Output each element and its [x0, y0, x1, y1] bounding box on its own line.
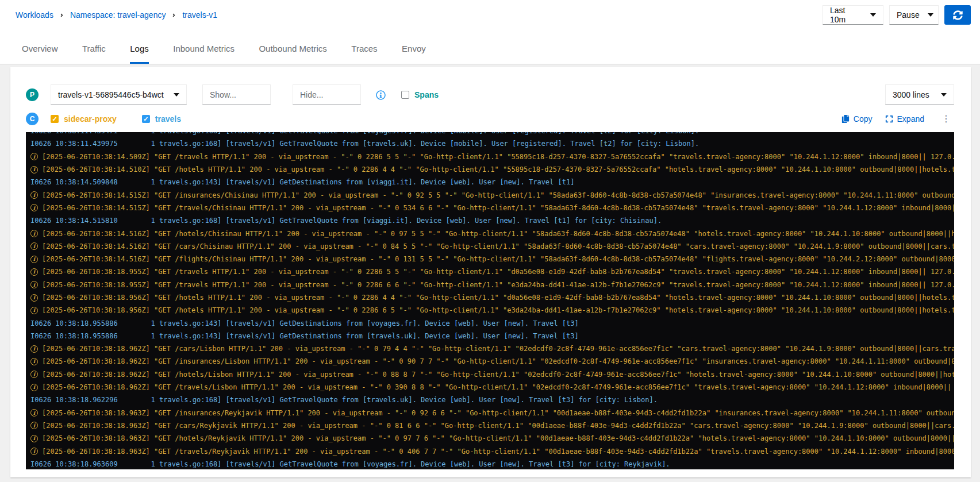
top-controls: Last 10m Pause	[823, 5, 971, 25]
log-pane[interactable]: I0626 10:38:11.439471 1 travels.go:168] …	[26, 132, 954, 469]
refresh-interval-value: Pause	[897, 10, 920, 20]
info-icon: i	[30, 153, 38, 160]
expand-button[interactable]: Expand	[885, 114, 924, 124]
log-line: i[2025-06-26T10:38:14.515Z] "GET /travel…	[30, 202, 954, 214]
info-icon: i	[30, 256, 38, 263]
info-icon: i	[30, 422, 38, 429]
pod-select[interactable]: travels-v1-56895446c5-b4wct	[51, 84, 187, 105]
info-icon: i	[30, 242, 38, 250]
log-line: I0626 10:38:18.962296 1 travels.go:168] …	[30, 394, 954, 406]
chevron-down-icon	[928, 13, 933, 17]
log-line: I0626 10:38:18.963609 1 travels.go:168] …	[30, 458, 954, 469]
copy-button[interactable]: Copy	[841, 114, 873, 124]
info-icon: i	[30, 230, 38, 237]
show-filter-input[interactable]	[202, 84, 271, 105]
info-icon: i	[30, 191, 38, 199]
log-pane-content: I0626 10:38:11.439471 1 travels.go:168] …	[30, 132, 954, 469]
log-line: i[2025-06-26T10:38:18.963Z] "GET /cars/R…	[30, 419, 954, 432]
lines-count-select[interactable]: 3000 lines	[885, 84, 954, 105]
info-icon: i	[30, 409, 38, 417]
lines-count-value: 3000 lines	[893, 90, 929, 99]
travels-checkbox[interactable]: ✓	[142, 115, 150, 123]
tab-logs[interactable]: Logs	[130, 44, 149, 64]
hide-filter-input[interactable]	[293, 84, 361, 105]
tab-bar: Overview Traffic Logs Inbound Metrics Ou…	[0, 30, 980, 64]
container-badge: C	[26, 113, 39, 125]
info-icon: i	[30, 345, 38, 353]
copy-label: Copy	[854, 114, 873, 124]
log-line: i[2025-06-26T10:38:14.515Z] "GET /insura…	[30, 188, 954, 201]
log-line: I0626 10:38:11.439975 1 travels.go:168] …	[30, 137, 954, 150]
breadcrumb-workload-name[interactable]: travels-v1	[182, 10, 217, 20]
log-line: I0626 10:38:18.955886 1 travels.go:143] …	[30, 317, 954, 329]
log-line: I0626 10:38:14.509848 1 travels.go:143] …	[30, 176, 954, 188]
log-line: i[2025-06-26T10:38:14.516Z] "GET /hotels…	[30, 227, 954, 240]
tab-traffic[interactable]: Traffic	[82, 44, 106, 64]
logs-toolbar-row-1: P travels-v1-56895446c5-b4wct Spans 3000…	[26, 84, 954, 105]
spans-checkbox[interactable]	[401, 91, 409, 99]
info-icon: i	[30, 448, 38, 455]
log-line: i[2025-06-26T10:38:14.516Z] "GET /cars/C…	[30, 240, 954, 253]
pod-badge: P	[26, 88, 39, 101]
refresh-button[interactable]	[944, 5, 971, 25]
info-icon: i	[30, 371, 38, 378]
tab-outbound-metrics[interactable]: Outbound Metrics	[259, 44, 326, 64]
chevron-down-icon	[870, 13, 876, 17]
log-line: i[2025-06-26T10:38:18.955Z] "GET /travel…	[30, 265, 954, 278]
logs-toolbar-row-2: C ✓ sidecar-proxy ✓ travels Copy Expand …	[26, 111, 954, 126]
pod-select-value: travels-v1-56895446c5-b4wct	[58, 90, 164, 99]
log-line: i[2025-06-26T10:38:18.955Z] "GET /travel…	[30, 279, 954, 291]
info-icon: i	[30, 268, 38, 276]
expand-label: Expand	[897, 114, 924, 124]
duration-select-value: Last 10m	[830, 6, 862, 24]
kebab-menu[interactable]: ⋮	[938, 114, 954, 124]
breadcrumb: Workloads Namespace: travel-agency trave…	[16, 10, 217, 20]
log-line: i[2025-06-26T10:38:18.956Z] "GET /hotels…	[30, 291, 954, 304]
duration-select[interactable]: Last 10m	[823, 5, 883, 25]
container-filter-travels: ✓ travels	[142, 114, 181, 124]
log-line: I0626 10:38:11.439471 1 travels.go:168] …	[30, 132, 954, 137]
tab-overview[interactable]: Overview	[22, 44, 58, 64]
log-line: i[2025-06-26T10:38:18.962Z] "GET /cars/L…	[30, 342, 954, 355]
sidecar-proxy-label: sidecar-proxy	[64, 114, 117, 124]
tab-traces[interactable]: Traces	[351, 44, 377, 64]
info-icon: i	[30, 307, 38, 314]
info-icon: i	[30, 166, 38, 173]
log-line: i[2025-06-26T10:38:18.962Z] "GET /hotels…	[30, 368, 954, 381]
log-line: I0626 10:38:18.955886 1 travels.go:143] …	[30, 330, 954, 342]
chevron-right-icon	[171, 13, 176, 18]
expand-icon	[885, 115, 893, 123]
log-line: i[2025-06-26T10:38:18.962Z] "GET /travel…	[30, 381, 954, 394]
log-line: i[2025-06-26T10:38:14.510Z] "GET /hotels…	[30, 163, 954, 176]
log-line: i[2025-06-26T10:38:14.509Z] "GET /travel…	[30, 151, 954, 163]
info-icon: i	[30, 435, 38, 442]
log-line: i[2025-06-26T10:38:18.956Z] "GET /hotels…	[30, 304, 954, 317]
log-line: i[2025-06-26T10:38:18.963Z] "GET /travel…	[30, 445, 954, 457]
breadcrumb-namespace[interactable]: Namespace: travel-agency	[70, 10, 166, 20]
info-icon: i	[30, 384, 38, 391]
chevron-down-icon	[174, 93, 179, 97]
chevron-right-icon	[59, 13, 64, 18]
info-icon: i	[30, 294, 38, 302]
copy-icon	[841, 115, 850, 123]
chevron-down-icon	[941, 93, 947, 97]
spans-filter: Spans	[401, 90, 439, 99]
log-line: i[2025-06-26T10:38:18.963Z] "GET /hotels…	[30, 432, 954, 445]
sidecar-proxy-checkbox[interactable]: ✓	[51, 115, 59, 123]
logs-card: P travels-v1-56895446c5-b4wct Spans 3000…	[10, 67, 971, 477]
info-icon: i	[30, 358, 38, 365]
info-icon[interactable]	[376, 90, 386, 100]
sync-icon	[953, 10, 963, 20]
tab-envoy[interactable]: Envoy	[402, 44, 426, 64]
content-area: P travels-v1-56895446c5-b4wct Spans 3000…	[0, 64, 980, 482]
log-line: i[2025-06-26T10:38:14.516Z] "GET /flight…	[30, 253, 954, 265]
log-line: i[2025-06-26T10:38:18.962Z] "GET /insura…	[30, 355, 954, 368]
breadcrumb-workloads[interactable]: Workloads	[16, 10, 53, 20]
travels-label: travels	[155, 114, 181, 124]
info-icon: i	[30, 281, 38, 288]
log-line: I0626 10:38:14.515810 1 travels.go:168] …	[30, 214, 954, 227]
log-line: i[2025-06-26T10:38:18.963Z] "GET /insura…	[30, 407, 954, 419]
refresh-interval-select[interactable]: Pause	[889, 5, 939, 25]
tab-inbound-metrics[interactable]: Inbound Metrics	[173, 44, 235, 64]
info-icon: i	[30, 204, 38, 211]
